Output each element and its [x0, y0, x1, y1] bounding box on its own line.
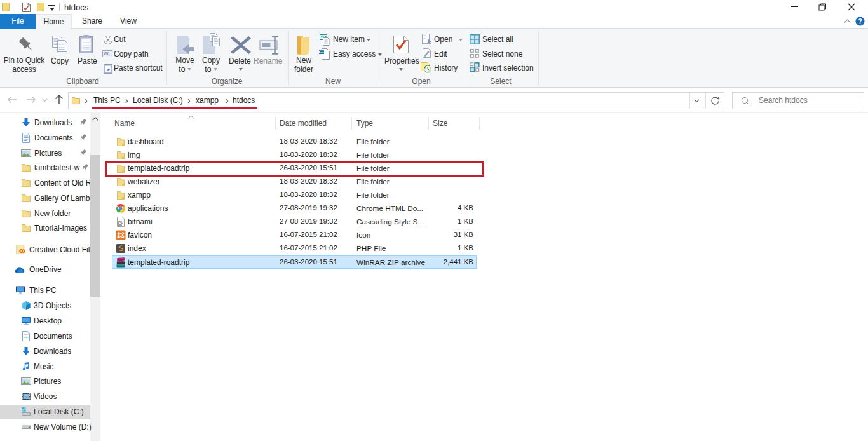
svg-text:?: ?: [858, 18, 862, 25]
svg-text:W: W: [104, 51, 109, 57]
